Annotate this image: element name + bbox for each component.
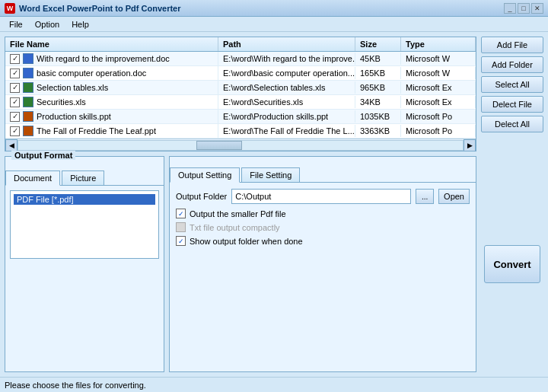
right-buttons: Add File Add Folder Select All Delect Fi… — [481, 37, 543, 151]
file-cell-path: E:\word\Production skills.ppt — [218, 110, 355, 123]
output-format-panel: Output Format Document Picture PDF File … — [5, 156, 164, 372]
file-name: Selection tables.xls — [37, 83, 108, 92]
option-row-1: Output the smaller Pdf file — [176, 209, 470, 218]
file-type-icon — [23, 126, 33, 136]
title-bar: W Word Excel PowerPoint to Pdf Converter… — [0, 0, 548, 17]
add-file-button[interactable]: Add File — [481, 37, 543, 53]
file-table-container: File Name Path Size Type With regard to … — [5, 37, 476, 151]
option-label-1: Output the smaller Pdf file — [190, 209, 286, 218]
delete-file-button[interactable]: Delect File — [481, 96, 543, 113]
row-checkbox[interactable] — [10, 69, 20, 78]
file-cell-path: E:\word\With regard to the improve... — [218, 53, 355, 65]
settings-tab-bar: Output Setting File Setting — [170, 166, 476, 183]
horizontal-scrollbar[interactable]: ◀ ▶ — [5, 139, 476, 151]
file-name: The Fall of Freddie The Leaf.ppt — [37, 126, 156, 135]
file-cell-type: Microsoft Po — [401, 110, 476, 123]
scroll-left-button[interactable]: ◀ — [5, 139, 18, 151]
add-folder-button[interactable]: Add Folder — [481, 56, 543, 73]
window-controls: _ □ ✕ — [504, 3, 543, 14]
file-table-body[interactable]: With regard to the improvement.doc E:\wo… — [5, 52, 476, 139]
delete-all-button[interactable]: Delect All — [481, 116, 543, 132]
file-cell-type: Microsoft Ex — [401, 81, 476, 94]
file-cell-type: Microsoft W — [401, 67, 476, 79]
scroll-right-button[interactable]: ▶ — [464, 139, 476, 151]
file-cell-size: 34KB — [355, 96, 401, 108]
table-row[interactable]: The Fall of Freddie The Leaf.ppt E:\word… — [5, 124, 476, 139]
file-cell-name: Selection tables.xls — [5, 81, 218, 94]
file-type-icon — [23, 111, 33, 122]
file-type-icon — [23, 53, 33, 64]
output-format-group: Output Format Document Picture PDF File … — [5, 156, 164, 372]
bottom-section: Output Format Document Picture PDF File … — [5, 156, 543, 372]
option-label-2: Txt file output compactly — [190, 223, 280, 232]
open-button[interactable]: Open — [438, 189, 470, 204]
settings-content: Output Folder ... Open Output the smalle… — [170, 183, 476, 256]
file-name: With regard to the improvement.doc — [37, 54, 170, 63]
file-cell-size: 1035KB — [355, 110, 401, 123]
output-folder-label: Output Folder — [176, 192, 227, 201]
select-all-button[interactable]: Select All — [481, 76, 543, 93]
table-row[interactable]: basic computer operation.doc E:\word\bas… — [5, 66, 476, 81]
window-title: Word Excel PowerPoint to Pdf Converter — [19, 4, 504, 13]
header-type: Type — [401, 37, 476, 51]
file-cell-path: E:\word\Securities.xls — [218, 96, 355, 108]
file-cell-name: With regard to the improvement.doc — [5, 52, 218, 65]
file-name: Production skills.ppt — [37, 112, 111, 121]
row-checkbox[interactable] — [10, 112, 20, 122]
output-folder-input[interactable] — [231, 189, 411, 204]
minimize-button[interactable]: _ — [504, 3, 516, 14]
tab-file-setting[interactable]: File Setting — [241, 167, 300, 182]
file-cell-path: E:\word\Selection tables.xls — [218, 81, 355, 94]
file-cell-name: basic computer operation.doc — [5, 66, 218, 80]
scrollbar-track[interactable] — [18, 140, 464, 151]
table-row[interactable]: Securities.xls E:\word\Securities.xls 34… — [5, 95, 476, 110]
file-area: File Name Path Size Type With regard to … — [5, 37, 543, 151]
table-row[interactable]: Selection tables.xls E:\word\Selection t… — [5, 81, 476, 95]
row-checkbox[interactable] — [10, 54, 20, 64]
output-folder-row: Output Folder ... Open — [176, 189, 470, 204]
tab-picture[interactable]: Picture — [62, 171, 104, 185]
output-settings-group: Output Setting File Setting Output Folde… — [169, 156, 476, 372]
file-cell-type: Microsoft W — [401, 53, 476, 65]
row-checkbox[interactable] — [10, 83, 20, 93]
table-row[interactable]: With regard to the improvement.doc E:\wo… — [5, 52, 476, 66]
output-format-title: Output Format — [11, 151, 75, 160]
file-type-icon — [23, 97, 33, 107]
maximize-button[interactable]: □ — [518, 3, 530, 14]
status-text: Please choose the files for converting. — [5, 381, 452, 390]
file-type-icon — [23, 68, 33, 78]
close-button[interactable]: ✕ — [531, 3, 543, 14]
option-checkbox-3[interactable] — [176, 236, 186, 246]
output-settings-panel: Output Setting File Setting Output Folde… — [169, 156, 476, 372]
option-checkbox-2[interactable] — [176, 222, 186, 232]
scrollbar-thumb[interactable] — [196, 141, 242, 150]
menu-file[interactable]: File — [3, 18, 29, 30]
convert-button[interactable]: Convert — [484, 245, 540, 283]
table-row[interactable]: Production skills.ppt E:\word\Production… — [5, 110, 476, 124]
row-checkbox[interactable] — [10, 126, 20, 136]
row-checkbox[interactable] — [10, 97, 20, 107]
file-cell-size: 45KB — [355, 53, 401, 65]
option-label-3: Show output folder when done — [190, 237, 303, 246]
menu-help[interactable]: Help — [65, 18, 95, 30]
file-cell-path: E:\word\The Fall of Freddie The L... — [218, 125, 355, 137]
option-row-2: Txt file output compactly — [176, 222, 470, 232]
header-path: Path — [218, 37, 355, 51]
format-tab-bar: Document Picture — [5, 169, 164, 186]
tab-document[interactable]: Document — [5, 171, 60, 186]
file-cell-path: E:\word\basic computer operation.... — [218, 67, 355, 79]
format-list[interactable]: PDF File [*.pdf] — [10, 190, 159, 259]
browse-button[interactable]: ... — [416, 189, 434, 204]
file-cell-type: Microsoft Po — [401, 125, 476, 137]
file-table-header: File Name Path Size Type — [5, 37, 476, 52]
file-type-icon — [23, 82, 33, 93]
file-cell-name: Securities.xls — [5, 95, 218, 109]
tab-output-setting[interactable]: Output Setting — [170, 167, 240, 183]
format-list-item-pdf[interactable]: PDF File [*.pdf] — [14, 194, 155, 205]
menu-option[interactable]: Option — [29, 18, 65, 30]
option-row-3: Show output folder when done — [176, 236, 470, 246]
file-cell-size: 165KB — [355, 67, 401, 79]
option-checkbox-1[interactable] — [176, 209, 186, 218]
status-bar: Please choose the files for converting. — [0, 377, 548, 392]
file-name: basic computer operation.doc — [37, 69, 146, 78]
